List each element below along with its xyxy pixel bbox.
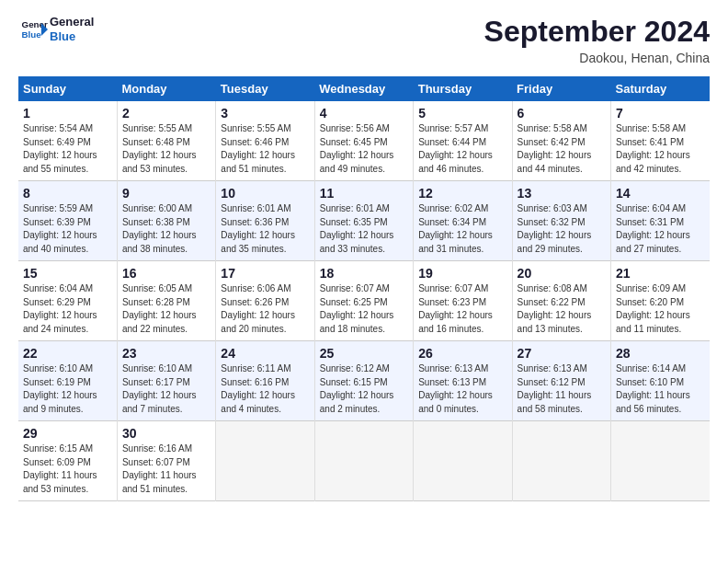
location: Daokou, Henan, China [484, 51, 710, 65]
day-number: 4 [320, 106, 408, 121]
day-info: Sunrise: 5:59 AM Sunset: 6:39 PM Dayligh… [23, 202, 112, 256]
day-cell: 26Sunrise: 6:13 AM Sunset: 6:13 PM Dayli… [414, 341, 512, 421]
day-cell: 29Sunrise: 6:15 AM Sunset: 6:09 PM Dayli… [18, 421, 117, 501]
day-info: Sunrise: 6:05 AM Sunset: 6:28 PM Dayligh… [122, 282, 210, 336]
day-info: Sunrise: 6:03 AM Sunset: 6:32 PM Dayligh… [518, 202, 606, 256]
weekday-header-sunday: Sunday [18, 76, 117, 101]
logo-icon: General Blue [18, 15, 48, 44]
weekday-header-saturday: Saturday [611, 76, 710, 101]
day-info: Sunrise: 6:09 AM Sunset: 6:20 PM Dayligh… [616, 282, 705, 336]
day-number: 16 [122, 266, 210, 281]
day-number: 5 [418, 106, 506, 121]
calendar-week-row: 29Sunrise: 6:15 AM Sunset: 6:09 PM Dayli… [18, 421, 710, 501]
day-number: 9 [122, 186, 210, 201]
day-number: 14 [616, 186, 705, 201]
day-number: 17 [221, 266, 309, 281]
month-title: September 2024 [484, 15, 710, 49]
calendar-week-row: 22Sunrise: 6:10 AM Sunset: 6:19 PM Dayli… [18, 341, 710, 421]
day-cell: 2Sunrise: 5:55 AM Sunset: 6:48 PM Daylig… [117, 101, 215, 181]
day-info: Sunrise: 6:04 AM Sunset: 6:29 PM Dayligh… [23, 282, 112, 336]
day-cell: 16Sunrise: 6:05 AM Sunset: 6:28 PM Dayli… [117, 261, 215, 341]
day-number: 24 [221, 346, 309, 361]
day-cell: 4Sunrise: 5:56 AM Sunset: 6:45 PM Daylig… [314, 101, 413, 181]
day-info: Sunrise: 6:13 AM Sunset: 6:12 PM Dayligh… [518, 362, 606, 416]
calendar-week-row: 15Sunrise: 6:04 AM Sunset: 6:29 PM Dayli… [18, 261, 710, 341]
day-cell: 12Sunrise: 6:02 AM Sunset: 6:34 PM Dayli… [414, 181, 512, 261]
day-number: 27 [518, 346, 606, 361]
day-cell: 15Sunrise: 6:04 AM Sunset: 6:29 PM Dayli… [18, 261, 117, 341]
day-cell: 22Sunrise: 6:10 AM Sunset: 6:19 PM Dayli… [18, 341, 117, 421]
day-info: Sunrise: 6:10 AM Sunset: 6:19 PM Dayligh… [23, 362, 112, 416]
empty-day-cell [512, 421, 610, 501]
day-cell: 5Sunrise: 5:57 AM Sunset: 6:44 PM Daylig… [414, 101, 512, 181]
day-info: Sunrise: 6:07 AM Sunset: 6:23 PM Dayligh… [418, 282, 506, 336]
day-number: 19 [418, 266, 506, 281]
weekday-header-thursday: Thursday [414, 76, 512, 101]
day-cell: 28Sunrise: 6:14 AM Sunset: 6:10 PM Dayli… [611, 341, 710, 421]
weekday-header-wednesday: Wednesday [314, 76, 413, 101]
day-number: 13 [518, 186, 606, 201]
day-cell: 8Sunrise: 5:59 AM Sunset: 6:39 PM Daylig… [18, 181, 117, 261]
day-number: 25 [320, 346, 408, 361]
svg-text:Blue: Blue [22, 29, 42, 40]
logo-text-blue: Blue [50, 29, 94, 44]
day-number: 18 [320, 266, 408, 281]
day-number: 11 [320, 186, 408, 201]
day-cell: 11Sunrise: 6:01 AM Sunset: 6:35 PM Dayli… [314, 181, 413, 261]
day-cell: 17Sunrise: 6:06 AM Sunset: 6:26 PM Dayli… [216, 261, 314, 341]
day-number: 22 [23, 346, 112, 361]
calendar-week-row: 1Sunrise: 5:54 AM Sunset: 6:49 PM Daylig… [18, 101, 710, 181]
weekday-header-friday: Friday [512, 76, 610, 101]
day-info: Sunrise: 6:13 AM Sunset: 6:13 PM Dayligh… [418, 362, 506, 416]
day-info: Sunrise: 6:07 AM Sunset: 6:25 PM Dayligh… [320, 282, 408, 336]
empty-day-cell [216, 421, 314, 501]
day-number: 30 [122, 426, 210, 441]
day-info: Sunrise: 5:54 AM Sunset: 6:49 PM Dayligh… [23, 122, 112, 176]
day-info: Sunrise: 6:16 AM Sunset: 6:07 PM Dayligh… [122, 442, 210, 496]
day-info: Sunrise: 6:02 AM Sunset: 6:34 PM Dayligh… [418, 202, 506, 256]
day-number: 1 [23, 106, 112, 121]
day-info: Sunrise: 5:56 AM Sunset: 6:45 PM Dayligh… [320, 122, 408, 176]
day-cell: 3Sunrise: 5:55 AM Sunset: 6:46 PM Daylig… [216, 101, 314, 181]
empty-day-cell [611, 421, 710, 501]
day-cell: 6Sunrise: 5:58 AM Sunset: 6:42 PM Daylig… [512, 101, 610, 181]
day-info: Sunrise: 5:58 AM Sunset: 6:42 PM Dayligh… [518, 122, 606, 176]
day-info: Sunrise: 6:04 AM Sunset: 6:31 PM Dayligh… [616, 202, 705, 256]
calendar-page: General Blue General Blue September 2024… [0, 0, 728, 516]
day-cell: 21Sunrise: 6:09 AM Sunset: 6:20 PM Dayli… [611, 261, 710, 341]
day-number: 26 [418, 346, 506, 361]
day-info: Sunrise: 5:58 AM Sunset: 6:41 PM Dayligh… [616, 122, 705, 176]
day-info: Sunrise: 6:15 AM Sunset: 6:09 PM Dayligh… [23, 442, 112, 496]
day-number: 8 [23, 186, 112, 201]
day-number: 29 [23, 426, 112, 441]
day-info: Sunrise: 5:55 AM Sunset: 6:46 PM Dayligh… [221, 122, 309, 176]
day-number: 15 [23, 266, 112, 281]
day-cell: 14Sunrise: 6:04 AM Sunset: 6:31 PM Dayli… [611, 181, 710, 261]
day-info: Sunrise: 6:12 AM Sunset: 6:15 PM Dayligh… [320, 362, 408, 416]
day-info: Sunrise: 6:14 AM Sunset: 6:10 PM Dayligh… [616, 362, 705, 416]
day-number: 3 [221, 106, 309, 121]
calendar-week-row: 8Sunrise: 5:59 AM Sunset: 6:39 PM Daylig… [18, 181, 710, 261]
day-info: Sunrise: 5:55 AM Sunset: 6:48 PM Dayligh… [122, 122, 210, 176]
day-number: 6 [518, 106, 606, 121]
title-area: September 2024 Daokou, Henan, China [484, 15, 710, 65]
empty-day-cell [414, 421, 512, 501]
day-cell: 27Sunrise: 6:13 AM Sunset: 6:12 PM Dayli… [512, 341, 610, 421]
day-cell: 9Sunrise: 6:00 AM Sunset: 6:38 PM Daylig… [117, 181, 215, 261]
weekday-header-row: SundayMondayTuesdayWednesdayThursdayFrid… [18, 76, 710, 101]
day-info: Sunrise: 6:11 AM Sunset: 6:16 PM Dayligh… [221, 362, 309, 416]
logo-text-general: General [50, 15, 94, 29]
day-number: 28 [616, 346, 705, 361]
day-number: 12 [418, 186, 506, 201]
day-number: 7 [616, 106, 705, 121]
calendar-table: SundayMondayTuesdayWednesdayThursdayFrid… [18, 76, 710, 501]
day-info: Sunrise: 6:01 AM Sunset: 6:36 PM Dayligh… [221, 202, 309, 256]
day-info: Sunrise: 6:10 AM Sunset: 6:17 PM Dayligh… [122, 362, 210, 416]
day-cell: 30Sunrise: 6:16 AM Sunset: 6:07 PM Dayli… [117, 421, 215, 501]
day-cell: 19Sunrise: 6:07 AM Sunset: 6:23 PM Dayli… [414, 261, 512, 341]
day-info: Sunrise: 6:01 AM Sunset: 6:35 PM Dayligh… [320, 202, 408, 256]
day-cell: 1Sunrise: 5:54 AM Sunset: 6:49 PM Daylig… [18, 101, 117, 181]
day-cell: 25Sunrise: 6:12 AM Sunset: 6:15 PM Dayli… [314, 341, 413, 421]
day-number: 20 [518, 266, 606, 281]
day-cell: 20Sunrise: 6:08 AM Sunset: 6:22 PM Dayli… [512, 261, 610, 341]
